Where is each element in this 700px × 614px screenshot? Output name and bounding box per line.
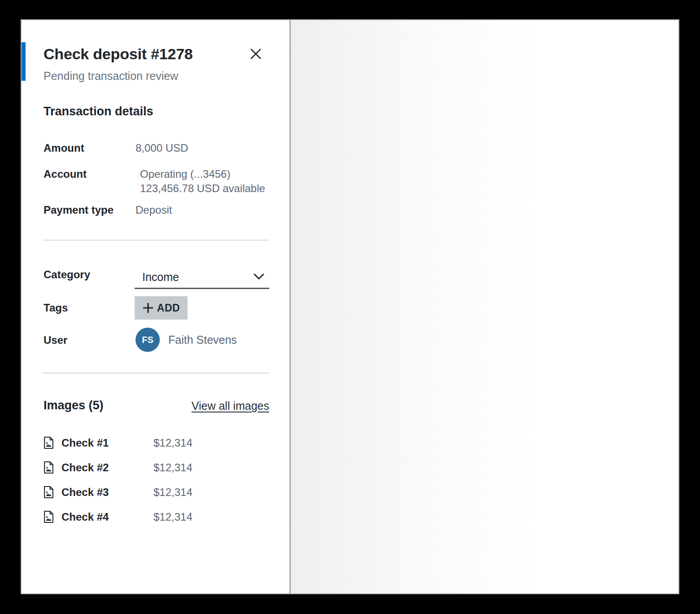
main-content-area xyxy=(291,20,678,593)
payment-type-value: Deposit xyxy=(136,204,172,216)
list-item[interactable]: Check #4 $12,314 xyxy=(22,504,289,529)
file-image-icon xyxy=(44,461,54,474)
check-amount: $12,314 xyxy=(153,511,192,523)
check-amount: $12,314 xyxy=(153,461,192,474)
category-select[interactable]: Income xyxy=(135,266,269,289)
drawer-title: Check deposit #1278 xyxy=(44,45,193,63)
plus-icon xyxy=(142,302,154,314)
check-name: Check #4 xyxy=(61,511,109,523)
file-image-icon xyxy=(44,511,54,523)
divider xyxy=(43,373,269,373)
avatar: FS xyxy=(136,328,160,352)
category-selected-value: Income xyxy=(142,271,179,284)
view-all-images-link[interactable]: View all images xyxy=(192,399,269,412)
user-chip: FS Faith Stevens xyxy=(136,328,237,352)
check-amount: $12,314 xyxy=(153,437,192,449)
images-heading: Images (5) xyxy=(44,399,104,412)
app-window: Check deposit #1278 Pending transaction … xyxy=(22,20,678,593)
check-deposit-drawer: Check deposit #1278 Pending transaction … xyxy=(22,20,289,593)
drawer-accent-bar xyxy=(22,42,26,81)
chevron-down-icon xyxy=(253,272,265,281)
divider xyxy=(43,240,269,241)
file-image-icon xyxy=(44,486,54,498)
amount-label: Amount xyxy=(44,142,84,154)
account-value-line1: Operating (...3456) xyxy=(140,168,230,180)
drawer-subtitle: Pending transaction review xyxy=(44,70,178,83)
file-image-icon xyxy=(44,437,54,449)
amount-value: 8,000 USD xyxy=(136,142,188,154)
list-item[interactable]: Check #1 $12,314 xyxy=(22,430,289,455)
list-item[interactable]: Check #2 $12,314 xyxy=(22,455,289,480)
check-name: Check #3 xyxy=(61,486,109,499)
account-label: Account xyxy=(44,168,87,180)
payment-type-label: Payment type xyxy=(44,204,114,216)
add-tag-button[interactable]: ADD xyxy=(135,296,188,320)
check-name: Check #2 xyxy=(61,461,109,474)
account-value-line2: 123,456.78 USD available xyxy=(140,182,265,195)
check-name: Check #1 xyxy=(61,437,109,449)
transaction-details-heading: Transaction details xyxy=(44,105,153,118)
user-name: Faith Stevens xyxy=(168,333,237,346)
close-button[interactable] xyxy=(246,44,266,64)
check-amount: $12,314 xyxy=(153,486,192,499)
check-image-list: Check #1 $12,314 Check #2 $12,314 xyxy=(22,430,289,529)
user-label: User xyxy=(44,334,67,346)
close-icon xyxy=(249,48,262,60)
add-tag-button-label: ADD xyxy=(157,302,180,314)
category-label: Category xyxy=(44,268,90,281)
tags-label: Tags xyxy=(44,302,68,314)
list-item[interactable]: Check #3 $12,314 xyxy=(22,480,289,504)
